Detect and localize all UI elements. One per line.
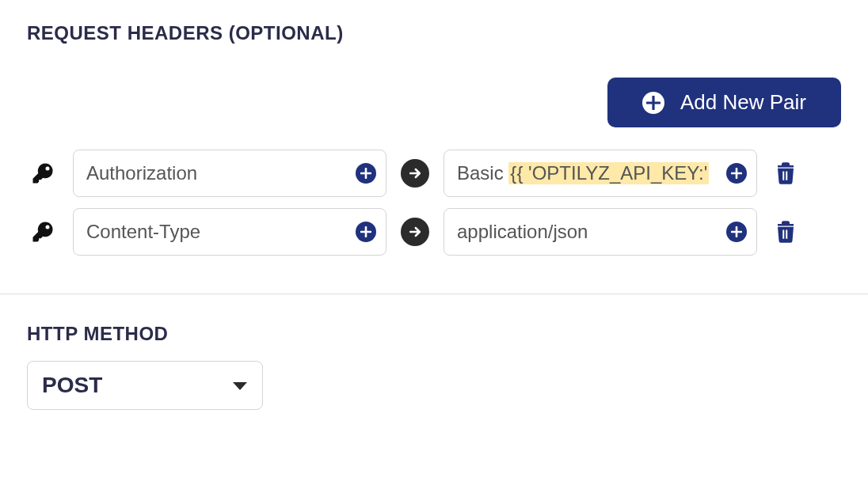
insert-variable-button[interactable] bbox=[726, 222, 747, 242]
header-key-input[interactable]: Content-Type bbox=[73, 208, 386, 256]
header-value-input[interactable]: application/json bbox=[444, 208, 757, 256]
header-key-input[interactable]: Authorization bbox=[73, 150, 386, 197]
chevron-down-icon bbox=[232, 373, 248, 398]
delete-pair-button[interactable] bbox=[771, 160, 800, 187]
add-new-pair-container: Add New Pair bbox=[0, 78, 868, 127]
header-value-text: Basic {{ 'OPTILYZ_API_KEY:' bbox=[457, 162, 726, 184]
add-new-pair-label: Add New Pair bbox=[680, 90, 806, 115]
http-method-section: HTTP METHOD POST bbox=[0, 294, 868, 410]
header-value-input[interactable]: Basic {{ 'OPTILYZ_API_KEY:' bbox=[444, 150, 757, 197]
arrow-right-icon bbox=[401, 159, 429, 188]
header-pairs-list: Authorization Basic {{ 'OPTILYZ_API_KEY:… bbox=[0, 150, 868, 256]
plus-circle-icon bbox=[642, 92, 664, 114]
header-value-prefix: application/json bbox=[457, 221, 588, 242]
header-value-highlight: {{ 'OPTILYZ_API_KEY:' bbox=[508, 162, 709, 184]
header-pair-row: Content-Type application/json bbox=[27, 208, 841, 256]
insert-variable-button[interactable] bbox=[356, 222, 376, 242]
header-value-text: application/json bbox=[457, 221, 726, 243]
arrow-right-icon bbox=[401, 218, 429, 246]
http-method-select[interactable]: POST bbox=[27, 361, 263, 410]
add-new-pair-button[interactable]: Add New Pair bbox=[607, 78, 841, 127]
delete-pair-button[interactable] bbox=[771, 218, 800, 245]
header-key-text: Authorization bbox=[86, 162, 356, 184]
insert-variable-button[interactable] bbox=[356, 163, 376, 184]
key-icon bbox=[27, 220, 59, 244]
http-method-title: HTTP METHOD bbox=[27, 323, 841, 345]
key-icon bbox=[27, 161, 59, 185]
request-headers-title: REQUEST HEADERS (OPTIONAL) bbox=[27, 22, 841, 44]
header-key-text: Content-Type bbox=[86, 221, 356, 243]
insert-variable-button[interactable] bbox=[726, 163, 747, 184]
http-method-selected-value: POST bbox=[42, 373, 102, 398]
header-value-prefix: Basic bbox=[457, 162, 508, 184]
header-pair-row: Authorization Basic {{ 'OPTILYZ_API_KEY:… bbox=[27, 150, 841, 197]
request-headers-section: REQUEST HEADERS (OPTIONAL) bbox=[0, 0, 868, 44]
